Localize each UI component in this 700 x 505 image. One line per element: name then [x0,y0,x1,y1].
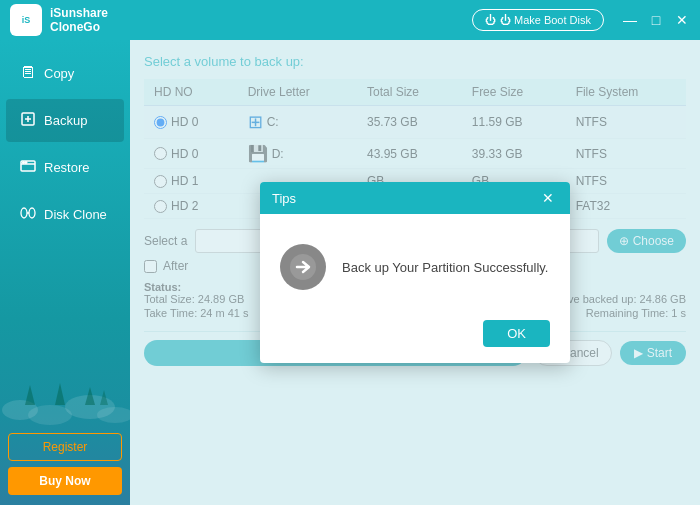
sidebar-bottom: Register Buy Now [0,423,130,505]
sidebar-item-copy[interactable]: Copy [6,52,124,95]
sidebar: Copy Backup Restore [0,40,130,505]
sidebar-copy-label: Copy [44,66,74,81]
minimize-button[interactable]: — [622,12,638,28]
svg-marker-15 [55,383,65,405]
make-boot-button[interactable]: ⏻ ⏻ Make Boot Disk [472,9,604,31]
modal-footer: OK [260,310,570,363]
modal-close-button[interactable]: ✕ [538,190,558,206]
backup-icon [20,111,36,130]
svg-marker-14 [25,385,35,405]
svg-point-6 [25,162,27,164]
restore-icon [20,158,36,177]
title-bar-left: iS iSunshare CloneGo [10,4,108,36]
app-logo: iS [10,4,42,36]
maximize-button[interactable]: □ [648,12,664,28]
title-bar-right: ⏻ ⏻ Make Boot Disk — □ ✕ [472,9,690,31]
sidebar-item-diskclone[interactable]: Disk Clone [6,193,124,236]
register-button[interactable]: Register [8,433,122,461]
modal-header: Tips ✕ [260,182,570,214]
arrow-circle-icon [280,244,326,290]
modal-title: Tips [272,191,296,206]
diskclone-icon [20,205,36,224]
sidebar-clouds [0,365,130,425]
sidebar-item-backup[interactable]: Backup [6,99,124,142]
tips-modal: Tips ✕ Back up Your Partition Successful… [260,182,570,363]
buynow-button[interactable]: Buy Now [8,467,122,495]
window-controls: — □ ✕ [622,12,690,28]
ok-button[interactable]: OK [483,320,550,347]
boot-icon: ⏻ [485,14,496,26]
modal-message: Back up Your Partition Successfully. [342,260,548,275]
svg-point-8 [29,208,35,218]
app-name: iSunshare CloneGo [50,6,108,35]
copy-icon [20,64,36,83]
sidebar-item-restore[interactable]: Restore [6,146,124,189]
close-button[interactable]: ✕ [674,12,690,28]
sidebar-backup-label: Backup [44,113,87,128]
svg-point-5 [23,162,25,164]
modal-body: Back up Your Partition Successfully. [260,214,570,310]
svg-point-7 [21,208,27,218]
title-bar: iS iSunshare CloneGo ⏻ ⏻ Make Boot Disk … [0,0,700,40]
sidebar-diskclone-label: Disk Clone [44,207,107,222]
modal-overlay: Tips ✕ Back up Your Partition Successful… [130,40,700,505]
sidebar-restore-label: Restore [44,160,90,175]
